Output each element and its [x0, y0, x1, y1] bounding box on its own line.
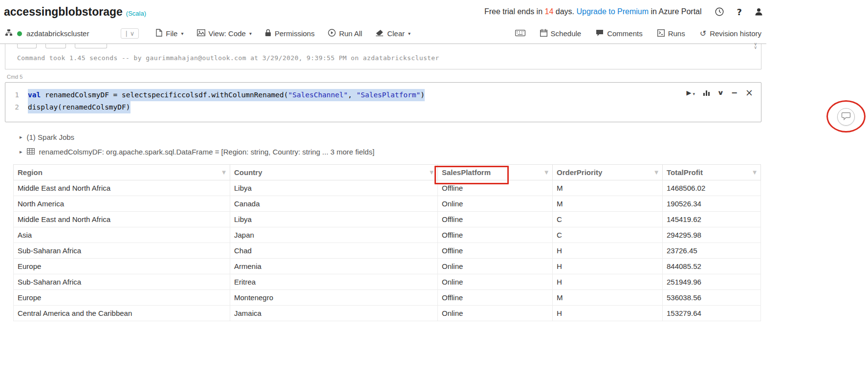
file-icon: [155, 29, 162, 38]
table-cell: 1468506.02: [663, 180, 761, 196]
table-row: Middle East and North AfricaLibyaOffline…: [14, 212, 761, 227]
line-number: 2: [5, 101, 28, 113]
table-cell: Asia: [14, 227, 230, 243]
cell-comment-button[interactable]: [837, 108, 855, 126]
schedule-button[interactable]: Schedule: [540, 29, 582, 38]
code-line[interactable]: 2display(renamedColsmyDF): [5, 101, 761, 113]
table-cell: Offline: [438, 212, 553, 227]
command-status-text: Command took 1.45 seconds -- by gaurimma…: [17, 54, 761, 62]
table-cell: Armenia: [230, 259, 438, 274]
table-cell: Libya: [230, 180, 438, 196]
cluster-dropdown-button[interactable]: | ∨: [121, 28, 139, 39]
comments-button[interactable]: Comments: [596, 29, 643, 38]
permissions-label: Permissions: [275, 29, 315, 38]
run-all-label: Run All: [339, 29, 363, 38]
column-header-country[interactable]: Country▼: [230, 165, 438, 180]
table-cell: Offline: [438, 180, 553, 196]
column-header-totalprofit[interactable]: TotalProfit▼: [663, 165, 761, 180]
runs-button[interactable]: Runs: [657, 29, 685, 38]
table-cell: Europe: [14, 259, 230, 274]
table-cell: Europe: [14, 290, 230, 306]
table-cell: M: [553, 180, 663, 196]
sort-icon[interactable]: ▼: [654, 170, 658, 175]
chart-options-button[interactable]: [703, 89, 710, 96]
collapse-cell-icon[interactable]: ∨: [717, 89, 724, 96]
clock-icon[interactable]: [715, 7, 724, 16]
clipped-button[interactable]: [75, 44, 107, 48]
table-row: AsiaJapanOfflineC294295.98: [14, 227, 761, 243]
table-cell: Middle East and North Africa: [14, 212, 230, 227]
column-header-region[interactable]: Region▼: [14, 165, 230, 180]
run-cell-button[interactable]: ▶ ▾: [687, 89, 695, 96]
account-icon[interactable]: [755, 8, 762, 16]
cluster-icon: [5, 29, 13, 38]
table-cell: C: [553, 212, 663, 227]
table-cell: H: [553, 306, 663, 321]
table-cell: Online: [438, 274, 553, 290]
column-header-salesplatform[interactable]: SalesPlatform▼: [438, 165, 553, 180]
table-cell: North America: [14, 196, 230, 212]
keyboard-shortcuts-button[interactable]: [515, 29, 525, 38]
resize-handle-icon[interactable]: ∨ ∨: [754, 43, 757, 49]
table-cell: 145419.62: [663, 212, 761, 227]
databricks-notebook-page: accessingblobstorage (Scala) Free trial …: [0, 0, 868, 376]
table-cell: 844085.52: [663, 259, 761, 274]
line-number: 1: [5, 89, 28, 101]
caret-down-icon: ▾: [249, 31, 252, 36]
code-text-selected[interactable]: display(renamedColsmyDF): [28, 101, 130, 113]
dataframe-toggle[interactable]: ▸ renamedColsmyDF: org.apache.spark.sql.…: [20, 148, 766, 156]
help-icon[interactable]: ?: [737, 7, 742, 17]
upgrade-premium-link[interactable]: Upgrade to Premium: [576, 7, 649, 16]
run-all-button[interactable]: Run All: [328, 29, 363, 38]
collapse-triangle-icon: ▸: [20, 134, 22, 140]
table-cell: Japan: [230, 227, 438, 243]
cell-controls: ▶ ▾ ∨ − ×: [687, 87, 753, 98]
table-cell: 153279.64: [663, 306, 761, 321]
spark-jobs-toggle[interactable]: ▸ (1) Spark Jobs: [20, 133, 766, 141]
code-editor[interactable]: 1val renamedColsmyDF = selectspecificcol…: [5, 89, 761, 113]
cluster-selector[interactable]: azdatabrickscluster | ∨: [5, 28, 139, 39]
table-cell: Middle East and North Africa: [14, 180, 230, 196]
table-cell: H: [553, 259, 663, 274]
table-row: Central America and the CaribbeanJamaica…: [14, 306, 761, 321]
code-text-selected[interactable]: val renamedColsmyDF = selectspecificcols…: [28, 89, 425, 101]
cluster-status-icon: [17, 31, 22, 36]
results-table: Region▼Country▼SalesPlatform▼OrderPriori…: [13, 164, 761, 321]
schedule-label: Schedule: [551, 29, 582, 38]
table-row: North AmericaCanadaOnlineM190526.34: [14, 196, 761, 212]
lock-icon: [265, 29, 271, 38]
sort-icon[interactable]: ▼: [430, 170, 434, 175]
calendar-icon: [540, 29, 547, 38]
view-menu-button[interactable]: View: Code ▾: [197, 29, 252, 38]
sort-icon[interactable]: ▼: [222, 170, 226, 175]
file-menu-button[interactable]: File ▾: [155, 29, 183, 38]
revision-history-button[interactable]: ↺ Revision history: [700, 29, 761, 38]
sort-icon[interactable]: ▼: [544, 170, 548, 175]
toolbar-right: Schedule Comments Runs ↺ Revision hi: [515, 29, 761, 38]
clear-menu-button[interactable]: Clear ▾: [375, 29, 411, 38]
file-label: File: [166, 29, 177, 38]
table-cell: Offline: [438, 290, 553, 306]
table-row: Sub-Saharan AfricaEritreaOnlineH251949.9…: [14, 274, 761, 290]
column-header-orderpriority[interactable]: OrderPriority▼: [553, 165, 663, 180]
clipped-button[interactable]: [17, 44, 37, 48]
code-line[interactable]: 1val renamedColsmyDF = selectspecificcol…: [5, 89, 761, 101]
table-cell: H: [553, 274, 663, 290]
code-cell[interactable]: 1val renamedColsmyDF = selectspecificcol…: [5, 82, 761, 122]
trial-days: 14: [544, 7, 553, 16]
clipped-button[interactable]: [45, 44, 66, 48]
table-row: EuropeMontenegroOfflineM536038.56: [14, 290, 761, 306]
notebook-toolbar: azdatabrickscluster | ∨ File ▾ View: Cod…: [0, 23, 766, 44]
table-cell: Online: [438, 196, 553, 212]
minimize-cell-icon[interactable]: −: [731, 88, 738, 97]
sort-icon[interactable]: ▼: [753, 170, 757, 175]
clipped-buttons-row: [17, 44, 761, 48]
permissions-button[interactable]: Permissions: [265, 29, 315, 38]
header-right: Free trial ends in 14 days. Upgrade to P…: [484, 7, 762, 17]
delete-cell-icon[interactable]: ×: [745, 87, 753, 98]
previous-cell-output: Command took 1.45 seconds -- by gaurimma…: [5, 44, 761, 69]
column-label: TotalProfit: [667, 168, 703, 177]
table-cell: Montenegro: [230, 290, 438, 306]
column-label: Country: [234, 168, 262, 177]
cluster-name: azdatabrickscluster: [26, 29, 89, 38]
